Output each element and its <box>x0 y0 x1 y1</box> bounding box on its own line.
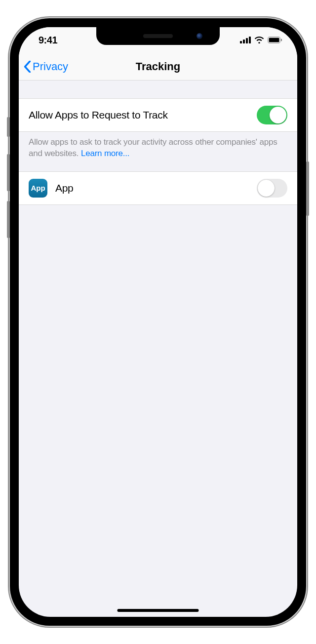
phone-frame: 9:41 Privacy Tracking Allow Apps to Requ… <box>10 18 306 626</box>
back-label: Privacy <box>33 60 68 73</box>
cellular-icon <box>240 37 251 43</box>
wifi-icon <box>254 37 264 43</box>
svg-rect-2 <box>246 38 248 43</box>
front-camera <box>197 33 202 39</box>
volume-up-button <box>7 154 10 191</box>
mute-switch <box>7 117 10 137</box>
allow-tracking-footer: Allow apps to ask to track your activity… <box>19 132 297 171</box>
status-time: 9:41 <box>39 35 57 46</box>
svg-rect-5 <box>269 38 279 42</box>
svg-rect-6 <box>281 39 282 41</box>
content: Allow Apps to Request to Track Allow app… <box>19 80 297 205</box>
toggle-knob <box>270 107 286 123</box>
svg-rect-0 <box>240 41 242 43</box>
volume-down-button <box>7 201 10 238</box>
learn-more-link[interactable]: Learn more... <box>81 149 130 158</box>
nav-bar: Privacy Tracking <box>19 53 297 80</box>
notch <box>96 27 220 45</box>
speaker <box>143 34 173 38</box>
svg-rect-1 <box>243 40 245 43</box>
footer-description: Allow apps to ask to track your activity… <box>29 137 277 158</box>
page-title: Tracking <box>136 60 180 73</box>
home-indicator[interactable] <box>118 609 199 612</box>
app-name: App <box>55 182 257 194</box>
app-icon: App <box>29 179 47 198</box>
app-tracking-toggle[interactable] <box>257 179 287 198</box>
back-button[interactable]: Privacy <box>24 60 68 73</box>
screen: 9:41 Privacy Tracking Allow Apps to Requ… <box>19 27 297 617</box>
app-row: App App <box>19 171 297 205</box>
allow-tracking-toggle[interactable] <box>257 106 287 124</box>
svg-rect-3 <box>249 37 251 43</box>
toggle-knob <box>258 180 275 197</box>
battery-icon <box>268 37 282 43</box>
allow-tracking-label: Allow Apps to Request to Track <box>29 109 257 121</box>
chevron-left-icon <box>24 61 31 73</box>
allow-tracking-row: Allow Apps to Request to Track <box>19 98 297 132</box>
status-icons <box>240 37 282 43</box>
power-button <box>306 161 309 216</box>
